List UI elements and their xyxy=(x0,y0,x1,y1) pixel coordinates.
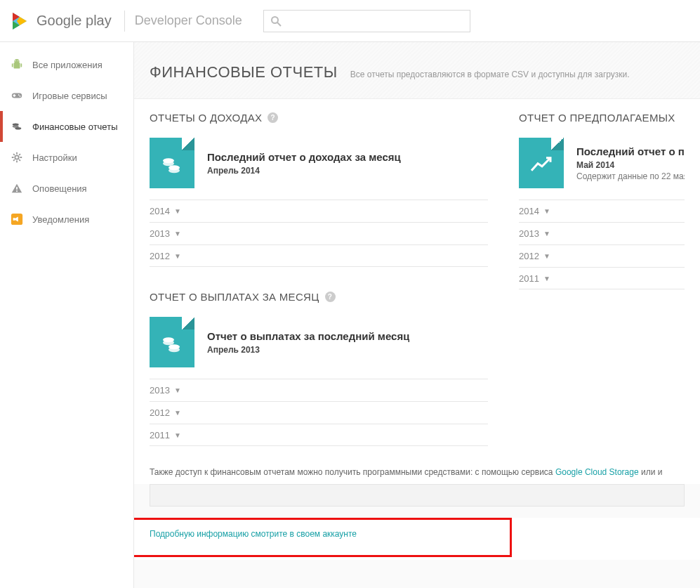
earnings-latest-card[interactable]: Последний отчет о доходах за месяц Апрел… xyxy=(150,138,488,188)
year-label: 2012 xyxy=(150,251,170,261)
account-info-link[interactable]: Подробную информацию смотрите в своем ак… xyxy=(150,529,357,539)
warning-icon xyxy=(10,181,24,195)
gear-icon xyxy=(10,150,24,164)
sidebar-item-notifications[interactable]: Уведомления xyxy=(0,204,133,235)
year-row[interactable]: 2013▼ xyxy=(519,222,685,244)
svg-rect-18 xyxy=(16,190,18,192)
projected-card-note: Содержит данные по 22 мая xyxy=(576,171,685,181)
gamepad-icon xyxy=(10,89,24,103)
payouts-year-list: 2013▼ 2012▼ 2011▼ xyxy=(150,379,488,446)
projected-card-title: Последний отчет о пр xyxy=(576,145,685,157)
earnings-heading-text: ОТЧЕТЫ О ДОХОДАХ xyxy=(150,112,262,124)
year-row[interactable]: 2013▼ xyxy=(150,379,488,401)
header-divider xyxy=(124,11,125,32)
chevron-down-icon: ▼ xyxy=(174,409,181,417)
payouts-heading-text: ОТЧЕТ О ВЫПЛАТАХ ЗА МЕСЯЦ xyxy=(150,291,319,303)
svg-point-12 xyxy=(20,96,21,97)
year-row[interactable]: 2012▼ xyxy=(519,244,685,267)
year-row[interactable]: 2012▼ xyxy=(150,401,488,424)
year-row[interactable]: 2014▼ xyxy=(519,200,685,222)
play-logo-icon xyxy=(10,11,29,31)
year-label: 2013 xyxy=(150,228,170,239)
svg-rect-6 xyxy=(12,63,13,67)
footer-info: Также доступ к финансовым отчетам можно … xyxy=(134,446,700,484)
app-header: Google play Developer Console xyxy=(0,0,700,42)
year-label: 2013 xyxy=(150,385,170,396)
svg-point-28 xyxy=(169,347,180,352)
svg-point-0 xyxy=(272,17,278,23)
chevron-down-icon: ▼ xyxy=(543,230,550,237)
report-file-icon xyxy=(150,317,194,367)
sidebar: Все приложения Игровые сервисы Финансовы… xyxy=(0,42,133,588)
search-box xyxy=(263,10,470,32)
svg-point-15 xyxy=(15,127,21,130)
year-row[interactable]: 2012▼ xyxy=(150,244,488,267)
year-row[interactable]: 2011▼ xyxy=(150,424,488,446)
payouts-card-date: Апрель 2013 xyxy=(207,345,409,355)
svg-point-24 xyxy=(169,168,180,173)
megaphone-icon xyxy=(10,212,24,226)
earnings-card-title: Последний отчет о доходах за месяц xyxy=(207,151,401,163)
earnings-card-date: Апрель 2014 xyxy=(207,166,401,176)
sidebar-item-label: Все приложения xyxy=(32,60,103,70)
report-file-icon xyxy=(519,138,564,188)
year-row[interactable]: 2011▼ xyxy=(519,267,685,289)
chevron-down-icon: ▼ xyxy=(174,431,181,439)
year-label: 2012 xyxy=(150,407,170,418)
projected-heading: ОТЧЕТ О ПРЕДПОЛАГАЕМЫХ xyxy=(519,112,685,124)
page-subtitle: Все отчеты предоставляются в формате CSV… xyxy=(350,70,630,79)
chevron-down-icon: ▼ xyxy=(543,207,550,215)
chevron-down-icon: ▼ xyxy=(174,207,181,215)
column-earnings-payouts: ОТЧЕТЫ О ДОХОДАХ ? Последний отчет о дох… xyxy=(134,99,503,446)
year-label: 2012 xyxy=(519,251,539,261)
year-row[interactable]: 2014▼ xyxy=(150,200,488,222)
svg-line-1 xyxy=(277,22,281,26)
sidebar-item-settings[interactable]: Настройки xyxy=(0,142,133,173)
code-command-box[interactable] xyxy=(150,484,685,507)
chart-line-icon xyxy=(529,155,553,175)
cloud-storage-link[interactable]: Google Cloud Storage xyxy=(555,467,639,477)
column-projected: ОТЧЕТ О ПРЕДПОЛАГАЕМЫХ Последний отчет о… xyxy=(503,99,700,446)
sidebar-item-financial[interactable]: Финансовые отчеты xyxy=(0,111,133,142)
search-input[interactable] xyxy=(263,10,470,32)
svg-rect-17 xyxy=(16,187,18,190)
chevron-down-icon: ▼ xyxy=(174,230,181,237)
sidebar-item-label: Настройки xyxy=(32,152,77,163)
footer-block: Подробную информацию смотрите в своем ак… xyxy=(134,518,700,560)
svg-point-4 xyxy=(15,60,15,61)
main-content: ФИНАНСОВЫЕ ОТЧЕТЫ Все отчеты предоставля… xyxy=(133,42,700,588)
year-label: 2014 xyxy=(150,206,170,216)
payouts-latest-card[interactable]: Отчет о выплатах за последний месяц Апре… xyxy=(150,317,488,367)
svg-rect-20 xyxy=(13,218,15,221)
payouts-heading: ОТЧЕТ О ВЫПЛАТАХ ЗА МЕСЯЦ ? xyxy=(150,291,488,303)
coins-stack-icon xyxy=(160,334,184,354)
svg-point-3 xyxy=(14,59,19,64)
payouts-card-title: Отчет о выплатах за последний месяц xyxy=(207,330,409,342)
help-icon[interactable]: ? xyxy=(325,292,336,302)
year-label: 2011 xyxy=(150,430,170,440)
chevron-down-icon: ▼ xyxy=(543,252,550,260)
page-title: ФИНАНСОВЫЕ ОТЧЕТЫ xyxy=(150,63,338,81)
svg-point-11 xyxy=(18,94,20,96)
year-row[interactable]: 2013▼ xyxy=(150,222,488,244)
report-file-icon xyxy=(150,138,194,188)
sidebar-item-games[interactable]: Игровые сервисы xyxy=(0,80,133,111)
sidebar-item-label: Оповещения xyxy=(32,183,87,194)
sidebar-item-label: Уведомления xyxy=(32,214,89,225)
svg-point-5 xyxy=(18,60,18,61)
chevron-down-icon: ▼ xyxy=(174,386,181,394)
earnings-year-list: 2014▼ 2013▼ 2012▼ xyxy=(150,200,488,267)
chevron-down-icon: ▼ xyxy=(174,252,181,260)
coins-icon xyxy=(10,119,24,133)
sidebar-item-label: Финансовые отчеты xyxy=(32,122,117,132)
console-text: Developer Console xyxy=(135,13,242,28)
footer-text-suffix: или и xyxy=(639,467,663,477)
help-icon[interactable]: ? xyxy=(268,112,278,123)
svg-rect-7 xyxy=(20,63,22,67)
year-label: 2011 xyxy=(519,273,539,284)
sidebar-item-alerts[interactable]: Оповещения xyxy=(0,173,133,204)
projected-latest-card[interactable]: Последний отчет о пр Май 2014 Содержит д… xyxy=(519,138,685,188)
year-label: 2014 xyxy=(519,206,539,216)
sidebar-item-apps[interactable]: Все приложения xyxy=(0,49,133,80)
svg-point-16 xyxy=(15,155,18,159)
